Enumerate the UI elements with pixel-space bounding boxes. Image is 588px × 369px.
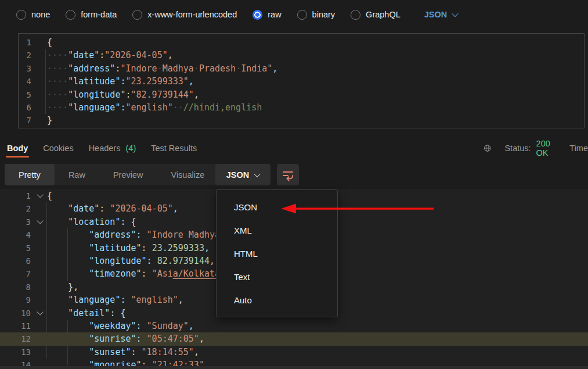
radio-unchecked-icon[interactable] — [297, 10, 307, 20]
view-tab-visualize[interactable]: Visualize — [157, 164, 218, 185]
line-number: 9 — [0, 293, 32, 306]
wrap-text-button[interactable] — [277, 164, 299, 185]
language-dropdown-value: JSON — [424, 10, 448, 19]
radio-label: form-data — [81, 10, 117, 19]
body-type-radio-none[interactable]: none — [16, 10, 50, 20]
line-number: 4 — [0, 228, 32, 241]
radio-unchecked-icon[interactable] — [16, 10, 26, 20]
tab-body[interactable]: Body — [6, 137, 29, 160]
red-annotation-arrow — [281, 202, 435, 216]
request-language-dropdown[interactable]: JSON — [424, 10, 458, 19]
radio-label: binary — [312, 10, 336, 19]
line-number: 2 — [0, 202, 32, 215]
body-type-radio-urlencoded[interactable]: x-www-form-urlencoded — [132, 10, 237, 20]
line-number: 11 — [0, 320, 32, 332]
fold-slot — [32, 359, 46, 366]
response-format-dropdown[interactable]: JSON — [215, 164, 270, 185]
fold-slot — [32, 242, 46, 255]
radio-label: none — [31, 10, 50, 19]
code-text: "sunrise": "05:47:05", — [46, 332, 588, 345]
view-tab-pretty[interactable]: Pretty — [5, 164, 55, 185]
code-line[interactable]: 13 "sunset": "18:14:55", — [0, 346, 588, 359]
body-type-radio-graphql[interactable]: GraphQL — [351, 10, 401, 20]
code-line[interactable]: 4····"latitude":"23.2599333", — [19, 75, 584, 88]
wrap-text-icon — [282, 169, 294, 181]
line-number: 7 — [19, 114, 31, 127]
menu-item-auto[interactable]: Auto — [217, 289, 337, 312]
code-line[interactable]: 2····"date":"2026-04-05", — [19, 49, 584, 62]
fold-slot — [31, 88, 47, 101]
tab-label: Test Results — [151, 144, 197, 153]
line-number: 8 — [0, 281, 32, 293]
tab-headers[interactable]: Headers (4) — [88, 137, 138, 160]
line-number: 10 — [0, 307, 32, 320]
radio-label: x-www-form-urlencoded — [147, 10, 237, 19]
code-line[interactable]: 5····"longitude":"82.9739144", — [19, 88, 584, 101]
fold-slot — [32, 189, 46, 202]
horizontal-scrollbar-track[interactable] — [0, 366, 588, 369]
line-number: 14 — [0, 359, 32, 366]
view-tab-raw[interactable]: Raw — [55, 164, 99, 185]
fold-slot — [31, 49, 47, 62]
tab-cookies[interactable]: Cookies — [42, 137, 74, 160]
code-text: "sunset": "18:14:55", — [46, 346, 588, 359]
fold-slot — [32, 216, 46, 228]
fold-slot — [31, 75, 47, 88]
status-label: Status: — [504, 144, 531, 153]
chevron-down-icon — [452, 10, 459, 17]
code-line[interactable]: 11 "weekday": "Sunday", — [0, 320, 588, 332]
code-text: "weekday": "Sunday", — [46, 320, 588, 332]
tab-label: Headers — [89, 144, 121, 153]
line-number: 1 — [19, 36, 31, 49]
fold-chevron-icon[interactable] — [37, 217, 43, 224]
line-number: 3 — [19, 62, 31, 75]
menu-item-text[interactable]: Text — [217, 266, 337, 289]
tab-test-results[interactable]: Test Results — [150, 137, 198, 160]
view-tab-label: Preview — [113, 170, 143, 180]
line-number: 7 — [0, 267, 32, 280]
menu-item-xml[interactable]: XML — [217, 219, 337, 242]
fold-slot — [32, 346, 46, 359]
code-text: "moonrise": "21:42:33", — [46, 359, 588, 366]
view-tab-label: Visualize — [171, 170, 204, 180]
menu-item-html[interactable]: HTML — [217, 242, 337, 266]
body-type-radio-raw[interactable]: raw — [252, 10, 281, 20]
fold-slot — [31, 62, 47, 75]
code-line[interactable]: 7} — [19, 114, 584, 127]
code-line[interactable]: 6····"language":"english"··//hindi,engli… — [19, 101, 584, 114]
view-tab-label: Raw — [68, 170, 85, 180]
format-dropdown-value: JSON — [226, 170, 250, 180]
fold-slot — [32, 307, 46, 320]
radio-unchecked-icon[interactable] — [132, 10, 142, 20]
line-number: 12 — [0, 332, 32, 345]
radio-checked-icon[interactable] — [252, 10, 262, 20]
code-line[interactable]: 14 "moonrise": "21:42:33", — [0, 359, 588, 366]
fold-slot — [32, 202, 46, 215]
radio-unchecked-icon[interactable] — [351, 10, 360, 20]
code-line[interactable]: 3····"address":"Indore·Madhya·Pradesh·In… — [19, 62, 584, 75]
request-body-editor[interactable]: 1{2····"date":"2026-04-05",3····"address… — [18, 33, 585, 128]
line-number: 4 — [19, 75, 31, 88]
line-number: 6 — [19, 101, 31, 114]
fold-slot — [31, 101, 47, 114]
body-type-radio-form-data[interactable]: form-data — [66, 10, 117, 20]
fold-chevron-icon[interactable] — [37, 191, 43, 198]
line-number: 3 — [0, 216, 32, 228]
code-line[interactable]: 1{ — [19, 36, 584, 49]
headers-count-badge: (4) — [125, 144, 136, 153]
code-line[interactable]: 12 "sunrise": "05:47:05", — [0, 332, 588, 345]
fold-slot — [32, 228, 46, 241]
line-number: 5 — [0, 242, 32, 255]
code-text: ····"date":"2026-04-05", — [47, 49, 584, 62]
view-tab-preview[interactable]: Preview — [99, 164, 157, 185]
fold-slot — [31, 36, 47, 49]
radio-label: raw — [268, 10, 281, 19]
body-type-radio-binary[interactable]: binary — [297, 10, 336, 20]
radio-unchecked-icon[interactable] — [66, 10, 75, 20]
code-text: ····"longitude":"82.9739144", — [47, 88, 584, 101]
fold-chevron-icon[interactable] — [37, 309, 43, 315]
globe-icon[interactable] — [484, 143, 491, 153]
response-view-toolbar: Pretty Raw Preview Visualize JSON — [0, 164, 588, 185]
line-number: 2 — [19, 49, 31, 62]
chevron-down-icon — [254, 170, 261, 177]
